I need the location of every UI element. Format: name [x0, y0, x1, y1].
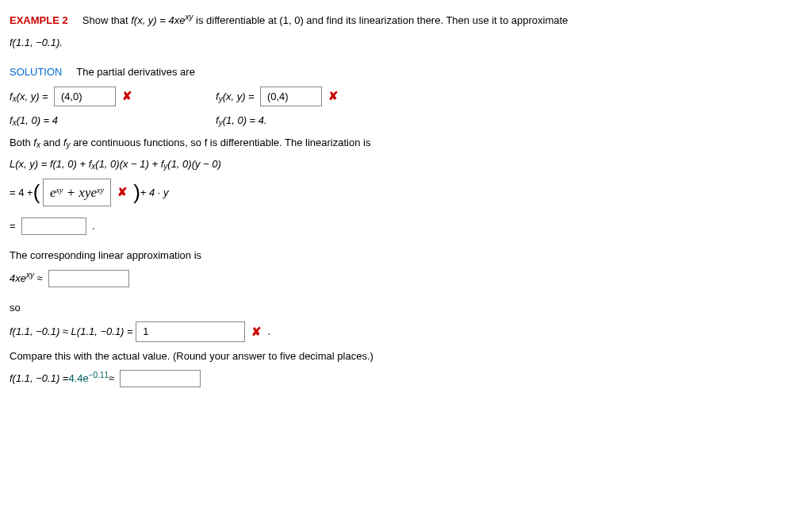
wrong-icon: ✘ [328, 87, 339, 106]
pd-intro: The partial derivatives are [76, 66, 195, 78]
pd-eval-row: fx(1, 0) = 4 fy(1, 0) = 4. [10, 113, 802, 129]
continuity-text: Both fx and fy are continuous functions,… [10, 135, 802, 151]
linearization-line3: = . [10, 217, 802, 235]
prompt-line2: f(1.1, −0.1). [10, 35, 802, 51]
lin-final-answer-input[interactable] [21, 217, 86, 235]
approx-text: The corresponding linear approximation i… [10, 248, 802, 264]
fx-label: fx(x, y) = [10, 89, 48, 105]
approx-answer-input[interactable] [48, 270, 129, 287]
wrong-icon: ✘ [122, 87, 132, 106]
actual-line: f(1.1, −0.1) = 4.4e−0.11 ≈ [10, 370, 802, 387]
so-text: so [10, 300, 802, 316]
compare-text: Compare this with the actual value. (Rou… [10, 348, 802, 364]
fx-answer-input[interactable]: (4,0) [54, 87, 116, 107]
wrong-icon: ✘ [251, 323, 262, 341]
fL-line: f(1.1, −0.1) ≈ L(1.1, −0.1) = 1 ✘ . [10, 321, 802, 342]
example-label: EXAMPLE 2 [10, 14, 68, 26]
actual-answer-input[interactable] [120, 370, 201, 387]
example-header: EXAMPLE 2 Show that f(x, y) = 4xexy is d… [10, 13, 802, 29]
prompt-pre: Show that [82, 14, 131, 26]
fx10: fx(1, 0) = 4 [10, 114, 58, 126]
prompt-mid: is differentiable at (1, 0) and find its… [196, 14, 568, 26]
linearization-line2: = 4 + ( exy + xyexy ✘ ) + 4 · y [10, 179, 802, 207]
fy10: fy(1, 0) = 4. [216, 114, 267, 126]
wrong-icon: ✘ [117, 183, 128, 202]
approx-line: 4xexy ≈ [10, 270, 802, 287]
pd-row: fx(x, y) = (4,0) ✘ fy(x, y) = (0,4) ✘ [10, 87, 802, 107]
linearization-line1: L(x, y) = f(1, 0) + fx(1, 0)(x − 1) + fy… [10, 156, 802, 172]
fy-answer-input[interactable]: (0,4) [260, 87, 322, 107]
fy-label: fy(x, y) = [216, 89, 255, 105]
lin-mid-answer-input[interactable]: exy + xyexy [43, 179, 111, 207]
func-def: f(x, y) = 4xexy [131, 14, 193, 26]
solution-line: SOLUTION The partial derivatives are [10, 64, 802, 80]
solution-label: SOLUTION [10, 66, 62, 78]
fL-answer-input[interactable]: 1 [136, 321, 245, 342]
